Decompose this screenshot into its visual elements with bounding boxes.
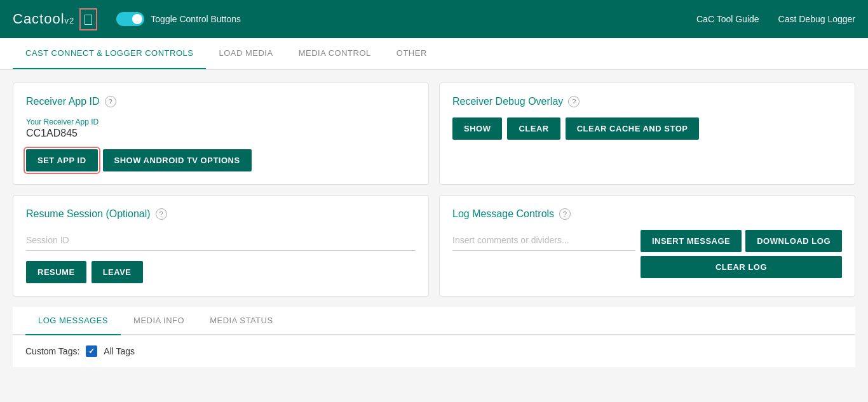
bottom-tabs: LOG MESSAGES MEDIA INFO MEDIA STATUS bbox=[13, 307, 855, 335]
log-message-controls-card: Log Message Controls ? INSERT MESSAGE DO… bbox=[439, 195, 855, 297]
bottom-tab-media-status[interactable]: MEDIA STATUS bbox=[197, 307, 285, 335]
header-links: CaC Tool Guide Cast Debug Logger bbox=[696, 14, 855, 24]
all-tags-checkbox[interactable] bbox=[86, 345, 97, 357]
clear-debug-button[interactable]: CLEAR bbox=[507, 117, 560, 140]
logo-text: Cactoolv2 bbox=[13, 11, 74, 27]
bottom-tab-media-info[interactable]: MEDIA INFO bbox=[121, 307, 197, 335]
tab-load-media[interactable]: LOAD MEDIA bbox=[206, 38, 285, 69]
all-tags-label: All Tags bbox=[104, 346, 135, 356]
log-comment-input[interactable] bbox=[452, 230, 635, 251]
log-buttons-top-row: INSERT MESSAGE DOWNLOAD LOG bbox=[641, 230, 842, 252]
app-id-value: CC1AD845 bbox=[26, 128, 416, 139]
main-tabs: CAST CONNECT & LOGGER CONTROLS LOAD MEDI… bbox=[0, 38, 868, 70]
leave-button[interactable]: LEAVE bbox=[92, 261, 143, 283]
session-buttons: RESUME LEAVE bbox=[26, 261, 416, 283]
tab-cast-connect[interactable]: CAST CONNECT & LOGGER CONTROLS bbox=[13, 38, 206, 69]
receiver-debug-card: Receiver Debug Overlay ? SHOW CLEAR CLEA… bbox=[439, 83, 855, 185]
toggle-area: Toggle Control Buttons bbox=[116, 12, 696, 26]
resume-session-card: Resume Session (Optional) ? RESUME LEAVE bbox=[13, 195, 429, 297]
toggle-label: Toggle Control Buttons bbox=[151, 14, 241, 24]
receiver-debug-title: Receiver Debug Overlay ? bbox=[452, 96, 842, 107]
insert-message-button[interactable]: INSERT MESSAGE bbox=[641, 230, 742, 252]
session-id-input[interactable] bbox=[26, 230, 416, 251]
show-debug-button[interactable]: SHOW bbox=[452, 117, 502, 140]
app-header: Cactoolv2 ⎕ Toggle Control Buttons CaC T… bbox=[0, 0, 868, 38]
clear-cache-stop-button[interactable]: CLEAR CACHE AND STOP bbox=[566, 117, 700, 140]
log-buttons: INSERT MESSAGE DOWNLOAD LOG CLEAR LOG bbox=[641, 230, 842, 278]
set-app-id-button[interactable]: SET APP ID bbox=[26, 149, 98, 171]
main-content: Receiver App ID ? Your Receiver App ID C… bbox=[0, 70, 868, 380]
clear-log-button[interactable]: CLEAR LOG bbox=[641, 256, 842, 278]
receiver-app-id-help-icon[interactable]: ? bbox=[105, 96, 116, 107]
receiver-app-id-card: Receiver App ID ? Your Receiver App ID C… bbox=[13, 83, 429, 185]
log-message-help-icon[interactable]: ? bbox=[559, 208, 571, 220]
resume-session-help-icon[interactable]: ? bbox=[156, 208, 167, 220]
custom-tags-row: Custom Tags: All Tags bbox=[13, 335, 855, 367]
receiver-app-id-title: Receiver App ID ? bbox=[26, 96, 416, 107]
log-controls-row: INSERT MESSAGE DOWNLOAD LOG CLEAR LOG bbox=[452, 230, 842, 278]
debug-buttons: SHOW CLEAR CLEAR CACHE AND STOP bbox=[452, 117, 842, 140]
download-log-button[interactable]: DOWNLOAD LOG bbox=[745, 230, 842, 252]
resume-session-title: Resume Session (Optional) ? bbox=[26, 208, 416, 220]
tab-media-control[interactable]: MEDIA CONTROL bbox=[286, 38, 384, 69]
bottom-tab-log-messages[interactable]: LOG MESSAGES bbox=[25, 307, 121, 335]
app-id-input-label: Your Receiver App ID bbox=[26, 117, 416, 126]
receiver-debug-help-icon[interactable]: ? bbox=[568, 96, 580, 107]
show-android-tv-button[interactable]: SHOW ANDROID TV OPTIONS bbox=[103, 149, 252, 171]
logo-area: Cactoolv2 ⎕ bbox=[13, 8, 97, 30]
resume-button[interactable]: RESUME bbox=[26, 261, 86, 283]
cards-grid: Receiver App ID ? Your Receiver App ID C… bbox=[13, 83, 855, 297]
custom-tags-label: Custom Tags: bbox=[25, 346, 79, 356]
receiver-app-buttons: SET APP ID SHOW ANDROID TV OPTIONS bbox=[26, 149, 416, 171]
tab-other[interactable]: OTHER bbox=[384, 38, 440, 69]
toggle-control-buttons[interactable] bbox=[116, 12, 144, 26]
cast-icon-box: ⎕ bbox=[79, 8, 97, 30]
cac-tool-guide-link[interactable]: CaC Tool Guide bbox=[696, 14, 759, 24]
log-message-title: Log Message Controls ? bbox=[452, 208, 842, 220]
cast-icon: ⎕ bbox=[85, 12, 92, 27]
cast-debug-logger-link[interactable]: Cast Debug Logger bbox=[778, 14, 855, 24]
